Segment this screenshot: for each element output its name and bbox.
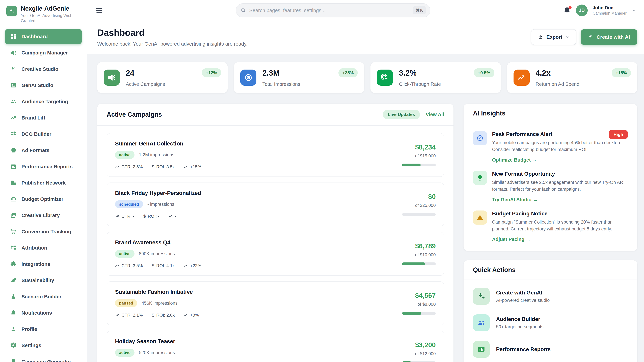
sidebar-item-label: Integrations: [22, 261, 50, 267]
sidebar-item-icon: [10, 228, 17, 235]
stat-label: Total Impressions: [262, 81, 300, 87]
chevron-down-icon[interactable]: [632, 8, 636, 12]
page-subtitle: Welcome back! Your GenAI-powered adverti…: [97, 41, 248, 47]
campaign-status-badge: active: [115, 151, 134, 159]
sidebar-item[interactable]: Attribution: [5, 240, 82, 255]
sidebar-item[interactable]: Sustainability: [5, 273, 82, 288]
brand-logo: [6, 6, 17, 16]
sidebar-item[interactable]: Campaign Generator: [5, 354, 82, 362]
page-title: Dashboard: [97, 27, 248, 38]
campaign-ctr: CTR: -: [122, 214, 134, 219]
view-all-link[interactable]: View All: [426, 112, 444, 117]
sidebar-item[interactable]: Creative Studio: [5, 61, 82, 77]
sidebar-item[interactable]: Publisher Network: [5, 175, 82, 190]
campaign-row[interactable]: Black Friday Hyper-Personalized schedule…: [107, 183, 444, 226]
stat-icon-tile: [104, 69, 120, 86]
create-with-ai-button[interactable]: Create with AI: [581, 29, 637, 45]
quick-action-item[interactable]: Create with GenAI AI-powered creative st…: [473, 288, 628, 305]
sidebar-item[interactable]: Creative Library: [5, 208, 82, 223]
campaign-list: Summer GenAI Collection active 1.2M impr…: [97, 126, 454, 362]
topbar-right: JD John Doe Campaign Manager: [563, 4, 636, 16]
campaign-roi: ROI: 2.8x: [156, 313, 175, 318]
avatar[interactable]: JD: [576, 4, 588, 16]
campaign-info: Brand Awareness Q4 active 890K impressio…: [115, 239, 202, 268]
sidebar-item-label: Conversion Tracking: [22, 229, 71, 234]
sidebar-item[interactable]: Ad Formats: [5, 143, 82, 158]
insight-action-link[interactable]: Adjust Pacing →: [492, 237, 531, 242]
stat-change-badge: +12%: [202, 68, 221, 77]
campaign-metrics: CTR: 2.1% $ ROI: 2.8x +8%: [115, 313, 199, 318]
sidebar-item[interactable]: Budget Optimizer: [5, 192, 82, 207]
campaign-budget-block: $0 of $25,000: [402, 190, 436, 219]
campaign-row[interactable]: Summer GenAI Collection active 1.2M impr…: [107, 133, 444, 177]
right-column: AI Insights Peak Performance Al: [464, 104, 637, 362]
campaign-roi: ROI: -: [148, 214, 159, 219]
campaign-impressions: - impressions: [148, 202, 174, 207]
stat-change-badge: +0.5%: [474, 68, 494, 77]
dollar-icon: $: [152, 164, 154, 169]
brand-tagline: Your GenAI Advertising Wish, Granted: [21, 13, 76, 23]
campaign-row[interactable]: Holiday Season Teaser active 520K impres…: [107, 331, 444, 362]
sidebar-item[interactable]: GenAI Studio: [5, 78, 82, 93]
sparkles-icon: [8, 8, 15, 14]
sidebar-item[interactable]: Notifications: [5, 305, 82, 321]
insight-icon: [476, 174, 484, 182]
sidebar-item-label: Publisher Network: [22, 180, 66, 186]
sidebar-item[interactable]: DCO Builder: [5, 126, 82, 142]
insight-icon: [476, 134, 484, 142]
campaign-status-badge: active: [115, 250, 134, 258]
topbar: ⌘K JD John Doe Campaign Manager: [87, 0, 644, 21]
campaign-status-badge: active: [115, 349, 134, 357]
trend-icon: [115, 214, 120, 219]
sidebar-item[interactable]: Audience Targeting: [5, 94, 82, 109]
insight-text: Campaign "Summer Collection" is spending…: [492, 219, 628, 232]
create-with-ai-label: Create with AI: [596, 34, 630, 40]
insight-item: Budget Pacing Notice Campaign "Summer Co…: [473, 211, 628, 242]
sidebar-item-icon: [10, 358, 17, 362]
sidebar-item-icon: [10, 342, 17, 349]
sidebar-item-icon: [10, 310, 17, 316]
quick-action-subtitle: 50+ targeting segments: [496, 324, 544, 330]
quick-actions-header: Quick Actions: [464, 260, 637, 280]
budget-progress-track: [402, 312, 436, 315]
insight-action-link[interactable]: Optimize Budget →: [492, 157, 537, 163]
stat-card: 2.3M Total Impressions +25%: [234, 62, 364, 93]
campaign-budget-block: $3,200 of $12,000: [402, 338, 436, 362]
insight-action-link[interactable]: Try GenAI Studio →: [492, 197, 538, 202]
budget-progress-track: [402, 361, 436, 362]
sidebar-item[interactable]: Profile: [5, 322, 82, 337]
quick-actions-title: Quick Actions: [473, 266, 516, 274]
sidebar-item[interactable]: Conversion Tracking: [5, 224, 82, 239]
export-button[interactable]: Export: [531, 29, 576, 45]
hamburger-menu-icon[interactable]: [95, 6, 103, 14]
campaign-row[interactable]: Sustainable Fashion Initiative paused 45…: [107, 281, 444, 325]
campaign-name: Summer GenAI Collection: [115, 140, 202, 147]
sidebar-item[interactable]: Settings: [5, 338, 82, 353]
quick-action-item[interactable]: Performance Reports: [473, 341, 628, 358]
sidebar-item[interactable]: Performance Reports: [5, 159, 82, 174]
trend-icon: [184, 264, 188, 268]
sidebar-item[interactable]: Dashboard: [5, 29, 82, 44]
stat-value: 24: [126, 68, 165, 77]
sidebar-item-icon: [10, 82, 17, 89]
sidebar-item[interactable]: Integrations: [5, 257, 82, 272]
sidebar-nav: Dashboard Campaign Manager Creative Stud…: [5, 29, 82, 362]
campaign-status-badge: scheduled: [115, 200, 143, 208]
insight-title: New Format Opportunity: [492, 171, 628, 177]
stat-card: 4.2x Return on Ad Spend +18%: [507, 62, 638, 93]
campaign-impressions: 520K impressions: [139, 350, 175, 355]
campaign-trend: +8%: [190, 313, 199, 318]
campaign-info: Black Friday Hyper-Personalized schedule…: [115, 190, 201, 219]
sidebar-item[interactable]: Campaign Manager: [5, 45, 82, 60]
notifications-button[interactable]: [563, 6, 571, 14]
sidebar-item-label: Creative Library: [22, 213, 60, 218]
search-input[interactable]: [249, 7, 410, 13]
app-root: Nexgile-AdGenie Your GenAI Advertising W…: [0, 0, 644, 362]
campaign-row[interactable]: Brand Awareness Q4 active 890K impressio…: [107, 232, 444, 276]
sidebar-item[interactable]: Brand Lift: [5, 110, 82, 125]
sidebar-item[interactable]: Scenario Builder: [5, 289, 82, 304]
sidebar-item-label: Ad Formats: [22, 147, 50, 153]
sidebar-item-icon: [10, 33, 17, 40]
quick-action-item[interactable]: Audience Builder 50+ targeting segments: [473, 314, 628, 331]
chevron-down-icon: [565, 35, 569, 39]
